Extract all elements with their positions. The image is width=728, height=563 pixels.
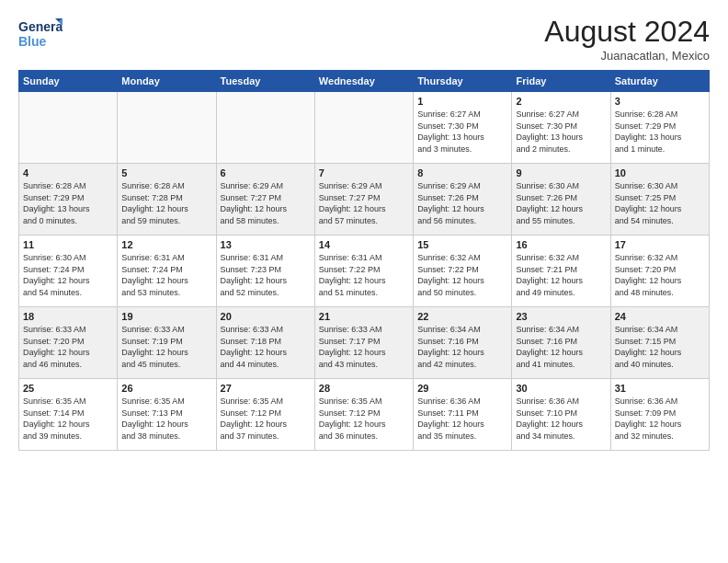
day-number: 9 (516, 167, 606, 178)
calendar-cell: 30Sunrise: 6:36 AM Sunset: 7:10 PM Dayli… (512, 379, 610, 451)
calendar-cell: 6Sunrise: 6:29 AM Sunset: 7:27 PM Daylig… (216, 164, 314, 236)
day-number: 12 (121, 239, 211, 250)
day-info: Sunrise: 6:34 AM Sunset: 7:16 PM Dayligh… (516, 324, 606, 370)
day-number: 18 (23, 311, 113, 322)
day-number: 28 (319, 383, 409, 394)
day-number: 20 (221, 311, 311, 322)
svg-text:Blue: Blue (18, 34, 47, 49)
logo-icon: General Blue (18, 15, 63, 52)
calendar-cell: 26Sunrise: 6:35 AM Sunset: 7:13 PM Dayli… (118, 379, 216, 451)
day-number: 16 (516, 239, 606, 250)
day-number: 17 (615, 239, 705, 250)
calendar-cell (118, 92, 216, 164)
day-number: 8 (417, 167, 507, 178)
day-number: 2 (516, 96, 606, 107)
calendar-week-row: 25Sunrise: 6:35 AM Sunset: 7:14 PM Dayli… (19, 379, 710, 451)
day-number: 15 (417, 239, 507, 250)
day-number: 6 (221, 167, 311, 178)
day-number: 1 (417, 96, 507, 107)
calendar-cell: 20Sunrise: 6:33 AM Sunset: 7:18 PM Dayli… (216, 307, 314, 379)
calendar-cell: 7Sunrise: 6:29 AM Sunset: 7:27 PM Daylig… (314, 164, 413, 236)
day-info: Sunrise: 6:29 AM Sunset: 7:27 PM Dayligh… (221, 180, 311, 226)
day-info: Sunrise: 6:32 AM Sunset: 7:20 PM Dayligh… (615, 252, 705, 298)
day-number: 25 (23, 383, 113, 394)
day-info: Sunrise: 6:28 AM Sunset: 7:28 PM Dayligh… (121, 180, 211, 226)
calendar-cell: 2Sunrise: 6:27 AM Sunset: 7:30 PM Daylig… (512, 92, 610, 164)
day-number: 22 (417, 311, 507, 322)
calendar-cell: 29Sunrise: 6:36 AM Sunset: 7:11 PM Dayli… (414, 379, 512, 451)
calendar-cell: 10Sunrise: 6:30 AM Sunset: 7:25 PM Dayli… (610, 164, 709, 236)
day-number: 4 (23, 167, 113, 178)
calendar-cell: 11Sunrise: 6:30 AM Sunset: 7:24 PM Dayli… (19, 236, 118, 307)
calendar-cell: 25Sunrise: 6:35 AM Sunset: 7:14 PM Dayli… (19, 379, 118, 451)
day-info: Sunrise: 6:33 AM Sunset: 7:18 PM Dayligh… (221, 324, 311, 370)
day-number: 27 (221, 383, 311, 394)
day-number: 5 (121, 167, 211, 178)
day-info: Sunrise: 6:34 AM Sunset: 7:16 PM Dayligh… (417, 324, 507, 370)
weekday-header: Saturday (610, 71, 709, 92)
day-info: Sunrise: 6:35 AM Sunset: 7:14 PM Dayligh… (23, 396, 113, 442)
weekday-header: Tuesday (216, 71, 314, 92)
page: General Blue August 2024 Juanacatlan, Me… (0, 0, 728, 563)
calendar-week-row: 11Sunrise: 6:30 AM Sunset: 7:24 PM Dayli… (19, 236, 710, 307)
calendar-cell: 15Sunrise: 6:32 AM Sunset: 7:22 PM Dayli… (414, 236, 512, 307)
calendar-cell: 17Sunrise: 6:32 AM Sunset: 7:20 PM Dayli… (610, 236, 709, 307)
calendar-cell: 13Sunrise: 6:31 AM Sunset: 7:23 PM Dayli… (216, 236, 314, 307)
day-info: Sunrise: 6:31 AM Sunset: 7:23 PM Dayligh… (221, 252, 311, 298)
day-info: Sunrise: 6:30 AM Sunset: 7:25 PM Dayligh… (615, 180, 705, 226)
calendar-cell: 19Sunrise: 6:33 AM Sunset: 7:19 PM Dayli… (118, 307, 216, 379)
day-info: Sunrise: 6:36 AM Sunset: 7:09 PM Dayligh… (615, 396, 705, 442)
day-number: 11 (23, 239, 113, 250)
calendar-cell: 5Sunrise: 6:28 AM Sunset: 7:28 PM Daylig… (118, 164, 216, 236)
calendar-cell: 18Sunrise: 6:33 AM Sunset: 7:20 PM Dayli… (19, 307, 118, 379)
calendar-cell: 24Sunrise: 6:34 AM Sunset: 7:15 PM Dayli… (610, 307, 709, 379)
calendar-cell: 31Sunrise: 6:36 AM Sunset: 7:09 PM Dayli… (610, 379, 709, 451)
day-number: 21 (319, 311, 409, 322)
day-number: 10 (615, 167, 705, 178)
calendar-cell (314, 92, 413, 164)
location: Juanacatlan, Mexico (544, 49, 710, 63)
calendar-cell: 12Sunrise: 6:31 AM Sunset: 7:24 PM Dayli… (118, 236, 216, 307)
calendar-cell: 21Sunrise: 6:33 AM Sunset: 7:17 PM Dayli… (314, 307, 413, 379)
day-info: Sunrise: 6:32 AM Sunset: 7:22 PM Dayligh… (417, 252, 507, 298)
calendar-cell: 4Sunrise: 6:28 AM Sunset: 7:29 PM Daylig… (19, 164, 118, 236)
day-info: Sunrise: 6:35 AM Sunset: 7:13 PM Dayligh… (121, 396, 211, 442)
calendar-table: SundayMondayTuesdayWednesdayThursdayFrid… (18, 70, 710, 451)
day-info: Sunrise: 6:30 AM Sunset: 7:26 PM Dayligh… (516, 180, 606, 226)
svg-text:General: General (18, 19, 63, 34)
calendar-cell (19, 92, 118, 164)
day-info: Sunrise: 6:27 AM Sunset: 7:30 PM Dayligh… (417, 109, 507, 155)
header: General Blue August 2024 Juanacatlan, Me… (18, 15, 710, 63)
calendar-cell: 27Sunrise: 6:35 AM Sunset: 7:12 PM Dayli… (216, 379, 314, 451)
day-info: Sunrise: 6:31 AM Sunset: 7:24 PM Dayligh… (121, 252, 211, 298)
logo: General Blue (18, 15, 63, 55)
calendar-cell: 1Sunrise: 6:27 AM Sunset: 7:30 PM Daylig… (414, 92, 512, 164)
day-info: Sunrise: 6:35 AM Sunset: 7:12 PM Dayligh… (319, 396, 409, 442)
day-info: Sunrise: 6:31 AM Sunset: 7:22 PM Dayligh… (319, 252, 409, 298)
calendar-cell: 9Sunrise: 6:30 AM Sunset: 7:26 PM Daylig… (512, 164, 610, 236)
day-number: 14 (319, 239, 409, 250)
calendar-cell: 8Sunrise: 6:29 AM Sunset: 7:26 PM Daylig… (414, 164, 512, 236)
day-info: Sunrise: 6:35 AM Sunset: 7:12 PM Dayligh… (221, 396, 311, 442)
day-info: Sunrise: 6:28 AM Sunset: 7:29 PM Dayligh… (23, 180, 113, 226)
calendar-cell: 28Sunrise: 6:35 AM Sunset: 7:12 PM Dayli… (314, 379, 413, 451)
calendar-week-row: 1Sunrise: 6:27 AM Sunset: 7:30 PM Daylig… (19, 92, 710, 164)
day-number: 19 (121, 311, 211, 322)
day-info: Sunrise: 6:34 AM Sunset: 7:15 PM Dayligh… (615, 324, 705, 370)
day-info: Sunrise: 6:36 AM Sunset: 7:11 PM Dayligh… (417, 396, 507, 442)
day-number: 23 (516, 311, 606, 322)
day-info: Sunrise: 6:32 AM Sunset: 7:21 PM Dayligh… (516, 252, 606, 298)
weekday-header: Monday (118, 71, 216, 92)
day-number: 3 (615, 96, 705, 107)
weekday-header: Friday (512, 71, 610, 92)
calendar-week-row: 4Sunrise: 6:28 AM Sunset: 7:29 PM Daylig… (19, 164, 710, 236)
day-info: Sunrise: 6:33 AM Sunset: 7:19 PM Dayligh… (121, 324, 211, 370)
title-block: August 2024 Juanacatlan, Mexico (544, 15, 710, 63)
day-info: Sunrise: 6:29 AM Sunset: 7:26 PM Dayligh… (417, 180, 507, 226)
calendar-cell: 23Sunrise: 6:34 AM Sunset: 7:16 PM Dayli… (512, 307, 610, 379)
day-info: Sunrise: 6:29 AM Sunset: 7:27 PM Dayligh… (319, 180, 409, 226)
day-info: Sunrise: 6:30 AM Sunset: 7:24 PM Dayligh… (23, 252, 113, 298)
day-number: 24 (615, 311, 705, 322)
weekday-header: Wednesday (314, 71, 413, 92)
calendar-cell (216, 92, 314, 164)
